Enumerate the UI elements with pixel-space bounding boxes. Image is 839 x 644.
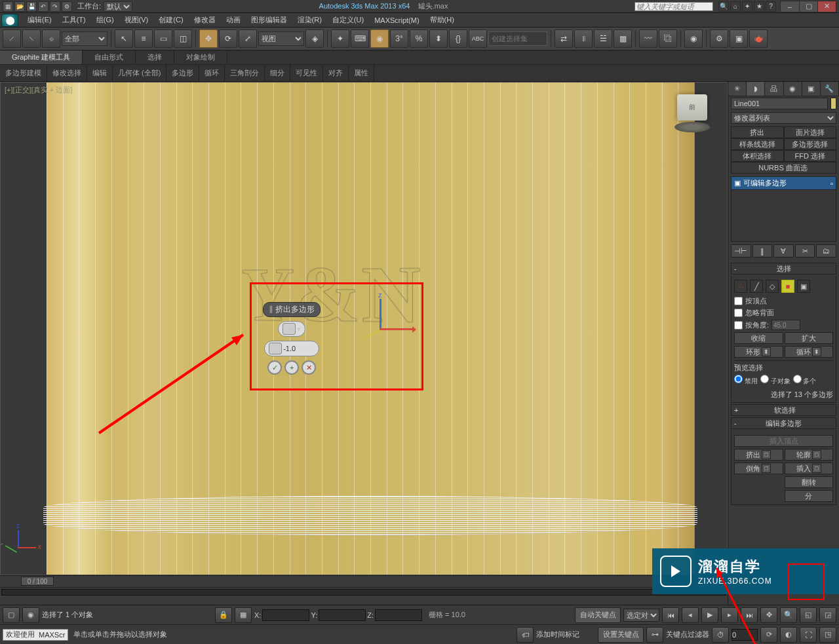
menu-rendering[interactable]: 渲染(R) bbox=[292, 13, 327, 27]
play-next-key-icon[interactable]: ⏭ bbox=[741, 607, 758, 623]
subtab-polymodeling[interactable]: 多边形建模 bbox=[0, 65, 47, 81]
angle-snap-icon[interactable]: 3° bbox=[390, 29, 408, 48]
nav-walk-icon[interactable]: ◐ bbox=[780, 627, 797, 643]
menu-create[interactable]: 创建(C) bbox=[153, 13, 188, 27]
help-icon[interactable]: ? bbox=[766, 1, 776, 12]
by-angle-checkbox[interactable] bbox=[734, 321, 743, 330]
add-time-tag-label[interactable]: 添加时间标记 bbox=[536, 630, 579, 639]
inset-button[interactable]: 插入□ bbox=[785, 463, 834, 474]
preview-subobj-radio[interactable] bbox=[760, 375, 769, 383]
subtab-properties[interactable]: 属性 bbox=[349, 65, 374, 81]
nav-zoom-icon[interactable]: 🔍 bbox=[780, 607, 797, 623]
caddy-height-input[interactable] bbox=[283, 345, 315, 352]
loop-spinner-icon[interactable]: ⬍ bbox=[812, 347, 821, 356]
make-unique-icon[interactable]: ∀ bbox=[773, 244, 794, 257]
manipulate-icon[interactable]: ✦ bbox=[331, 29, 349, 48]
ignore-backfacing-checkbox[interactable] bbox=[734, 309, 743, 317]
menu-animation[interactable]: 动画 bbox=[221, 13, 246, 27]
select-icon[interactable]: ↖ bbox=[115, 29, 133, 48]
y-input[interactable] bbox=[319, 609, 366, 621]
play-next-frame-icon[interactable]: ▸ bbox=[721, 607, 738, 623]
stack-item-editable-poly[interactable]: ▣ 可编辑多边形 ▫ bbox=[732, 177, 836, 190]
app-menu-button[interactable]: ⬤ bbox=[1, 14, 18, 27]
subtab-tris[interactable]: 三角剖分 bbox=[225, 65, 265, 81]
select-link-icon[interactable]: ⟋ bbox=[3, 29, 21, 48]
transform-gizmo[interactable] bbox=[355, 299, 407, 351]
rollout-selection-title[interactable]: - 选择 bbox=[731, 263, 836, 275]
nav-maximize-icon[interactable]: ⛶ bbox=[800, 627, 817, 643]
nav-orbit-icon[interactable]: ⟳ bbox=[760, 627, 777, 643]
move-icon[interactable]: ✥ bbox=[199, 29, 218, 48]
close-button[interactable]: ✕ bbox=[817, 1, 836, 12]
edit-named-sel-icon[interactable]: {} bbox=[449, 29, 467, 48]
preview-off-radio[interactable] bbox=[734, 375, 743, 383]
viewcube-face[interactable]: 前 bbox=[677, 94, 707, 121]
ribbon-tab-modeling[interactable]: Graphite 建模工具 bbox=[0, 50, 83, 64]
x-input[interactable] bbox=[262, 609, 309, 621]
extrude-settings-icon[interactable]: □ bbox=[762, 450, 771, 459]
grow-button[interactable]: 扩大 bbox=[785, 332, 834, 344]
listener-tabs[interactable]: 欢迎使用 MAXScr bbox=[3, 629, 68, 641]
rollout-edit-poly-title[interactable]: - 编辑多边形 bbox=[731, 417, 836, 429]
window-crossing-icon[interactable]: ◫ bbox=[174, 29, 192, 48]
extrude-type-icon[interactable]: ▦ bbox=[283, 323, 296, 335]
curve-editor-icon[interactable]: 〰 bbox=[639, 29, 657, 48]
help-search[interactable] bbox=[634, 2, 713, 11]
render-setup-icon[interactable]: ⚙ bbox=[710, 29, 728, 48]
modifier-list-dropdown[interactable]: 修改器列表 bbox=[731, 112, 836, 124]
subtab-geometry[interactable]: 几何体 (全部) bbox=[113, 65, 166, 81]
auto-key-button[interactable]: 自动关键点 bbox=[575, 607, 621, 623]
rollout-soft-title[interactable]: + 软选择 bbox=[731, 404, 836, 416]
viewport-label[interactable]: [+][正交][真实 + 边面] bbox=[5, 85, 72, 95]
current-frame-input[interactable] bbox=[732, 629, 758, 641]
abc-icon[interactable]: ABC bbox=[469, 29, 487, 48]
gizmo-y-axis[interactable] bbox=[364, 329, 382, 338]
modifier-stack[interactable]: ▣ 可编辑多边形 ▫ bbox=[731, 176, 836, 242]
mod-btn-extrude[interactable]: 挤出 bbox=[731, 126, 784, 138]
subobj-vertex-icon[interactable]: ∴ bbox=[734, 280, 747, 293]
tab-create-icon[interactable]: ✳ bbox=[728, 82, 747, 96]
search-icon[interactable]: 🔍 bbox=[718, 1, 729, 12]
open-icon[interactable]: 📂 bbox=[14, 1, 25, 12]
select-region-icon[interactable]: ▭ bbox=[154, 29, 172, 48]
play-prev-frame-icon[interactable]: ◂ bbox=[682, 607, 699, 623]
spinner-snap-icon[interactable]: ⬍ bbox=[429, 29, 448, 48]
subobj-edge-icon[interactable]: ╱ bbox=[750, 280, 763, 293]
align-icon[interactable]: ⫴ bbox=[574, 29, 593, 48]
mod-btn-ffd-select[interactable]: FFD 选择 bbox=[784, 150, 837, 162]
loop-button[interactable]: 循环⬍ bbox=[785, 346, 834, 358]
named-selection-sets[interactable] bbox=[488, 31, 547, 46]
render-icon[interactable]: 🫖 bbox=[749, 29, 768, 48]
flip-button[interactable]: 翻转 bbox=[785, 476, 834, 488]
save-icon[interactable]: 💾 bbox=[26, 1, 37, 12]
preview-multi-radio[interactable] bbox=[793, 375, 802, 383]
toggle-icon[interactable]: ▫ bbox=[830, 180, 833, 187]
rotate-icon[interactable]: ⟳ bbox=[219, 29, 237, 48]
scale-icon[interactable]: ⤢ bbox=[239, 29, 257, 48]
graphite-icon[interactable]: ▦ bbox=[614, 29, 632, 48]
unlink-icon[interactable]: ⟍ bbox=[22, 29, 41, 48]
from-edge-button[interactable]: 分 bbox=[785, 490, 834, 502]
subobj-element-icon[interactable]: ▣ bbox=[797, 280, 810, 293]
mod-btn-nurbs[interactable]: NURBS 曲面选 bbox=[731, 162, 836, 174]
gizmo-x-axis[interactable] bbox=[380, 328, 412, 330]
menu-help[interactable]: 帮助(H) bbox=[425, 13, 459, 27]
subscription-icon[interactable]: ⌂ bbox=[730, 1, 741, 12]
nav-pan-icon[interactable]: ✥ bbox=[760, 607, 777, 623]
tab-display-icon[interactable]: ▣ bbox=[802, 82, 821, 96]
nav-fov-icon[interactable]: ◱ bbox=[800, 607, 817, 623]
insert-vertex-button[interactable]: 插入顶点 bbox=[734, 435, 833, 447]
keyboard-shortcut-icon[interactable]: ⌨ bbox=[351, 29, 369, 48]
nav-other-icon[interactable]: ◳ bbox=[819, 627, 836, 643]
tab-utilities-icon[interactable]: 🔧 bbox=[821, 82, 839, 96]
ribbon-tab-paint[interactable]: 对象绘制 bbox=[174, 50, 227, 64]
configure-sets-icon[interactable]: 🗂 bbox=[816, 244, 836, 257]
menu-graph-editors[interactable]: 图形编辑器 bbox=[246, 13, 292, 27]
select-name-icon[interactable]: ≡ bbox=[134, 29, 153, 48]
pivot-icon[interactable]: ◈ bbox=[305, 29, 324, 48]
exchange-icon[interactable]: ✦ bbox=[742, 1, 752, 12]
mod-btn-vol-select[interactable]: 体积选择 bbox=[731, 150, 784, 162]
subobj-border-icon[interactable]: ◇ bbox=[766, 280, 779, 293]
inset-settings-icon[interactable]: □ bbox=[812, 464, 821, 473]
bevel-button[interactable]: 倒角□ bbox=[734, 463, 783, 474]
